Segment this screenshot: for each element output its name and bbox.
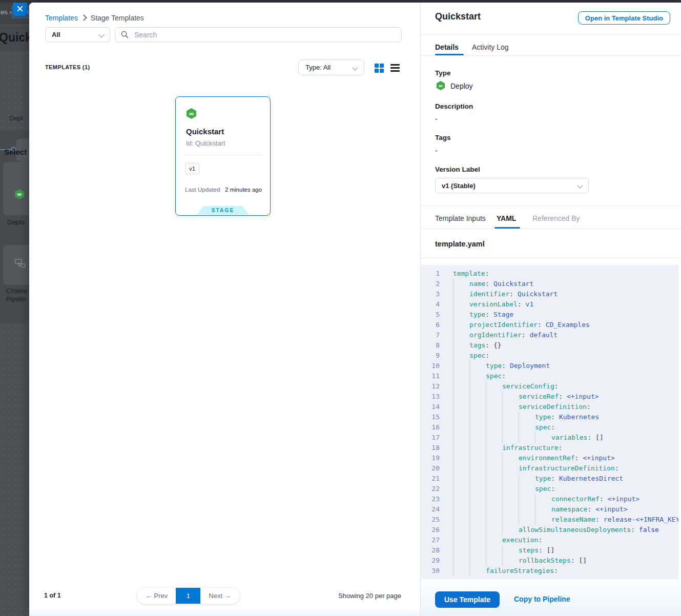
- version-label: Version Label: [435, 166, 480, 173]
- next-page-button[interactable]: Next →: [200, 588, 239, 604]
- type-value: Deploy: [450, 82, 473, 90]
- card-divider: [185, 155, 262, 155]
- bottom-fade: [29, 609, 420, 616]
- background-page: es › Pipe Quicks Depl Select s ∞ Deplo C…: [0, 0, 29, 616]
- breadcrumb-templates-link[interactable]: Templates: [45, 14, 78, 22]
- tab-template-inputs[interactable]: Template Inputs: [435, 214, 486, 222]
- line-number: 6: [421, 320, 440, 330]
- yaml-lines: 1template:2name: Quickstart3identifier: …: [421, 269, 678, 576]
- use-template-button[interactable]: Use Template: [435, 591, 500, 608]
- yaml-line: 2name: Quickstart: [421, 279, 678, 289]
- templates-list-panel: TemplatesStage Templates All TEMPLATES (…: [29, 3, 420, 616]
- last-updated-row: Last Updated 2 minutes ago: [185, 184, 262, 194]
- open-in-template-studio-button[interactable]: Open in Template Studio: [578, 11, 670, 25]
- tab-yaml[interactable]: YAML: [497, 214, 516, 222]
- line-number: 15: [421, 412, 440, 422]
- line-number: 28: [421, 545, 440, 556]
- stage-type-badge: STAGE: [197, 206, 249, 215]
- yaml-line: 7orgIdentifier: default: [421, 330, 678, 340]
- pagination-pill: ← Prev 1 Next →: [137, 587, 240, 604]
- yaml-line: 19environmentRef: <+input>: [421, 453, 678, 463]
- yaml-line: 1template:: [421, 269, 678, 279]
- scope-filter-value: All: [52, 31, 60, 38]
- yaml-line: 8tags: {}: [421, 340, 678, 351]
- tab-activity-log[interactable]: Activity Log: [472, 43, 509, 51]
- tab-referenced-by[interactable]: Referenced By: [532, 214, 580, 222]
- copy-to-pipeline-link[interactable]: Copy to Pipeline: [514, 595, 570, 603]
- screen: es › Pipe Quicks Depl Select s ∞ Deplo C…: [0, 0, 681, 616]
- details-footer: Use Template Copy to Pipeline: [421, 579, 681, 616]
- yaml-line: 23connectorRef: <+input>: [421, 494, 678, 504]
- yaml-line: 17variables: []: [421, 433, 678, 443]
- current-page-button[interactable]: 1: [176, 588, 200, 604]
- search-box: [115, 27, 402, 42]
- chained-card-label-1: Chaine: [6, 287, 27, 295]
- breadcrumb: TemplatesStage Templates: [45, 13, 144, 23]
- tab-details[interactable]: Details: [435, 43, 459, 51]
- type-filter-select[interactable]: Type: All: [298, 59, 364, 75]
- yaml-line: 10type: Deployment: [421, 361, 678, 371]
- line-number: 17: [421, 433, 440, 443]
- line-number: 1: [421, 269, 440, 279]
- list-view-button[interactable]: [390, 64, 400, 73]
- stage-node-label: Depl: [9, 114, 23, 122]
- yaml-editor[interactable]: 1template:2name: Quickstart3identifier: …: [421, 265, 678, 579]
- line-number: 11: [421, 371, 440, 381]
- yaml-line: 26allowSimultaneousDeployments: false: [421, 525, 678, 535]
- pipeline-canvas-lower: [0, 323, 29, 616]
- breadcrumb-current: Stage Templates: [91, 14, 144, 22]
- yaml-file-name: template.yaml: [435, 240, 485, 248]
- last-updated-label: Last Updated: [185, 187, 220, 193]
- yaml-line: 15type: Kubernetes: [421, 412, 678, 422]
- tags-value: -: [435, 147, 438, 155]
- template-details-panel: Quickstart Open in Template Studio Detai…: [420, 3, 681, 616]
- line-number: 18: [421, 443, 440, 453]
- yaml-line: 21type: KubernetesDirect: [421, 474, 678, 484]
- yaml-line: 25releaseName: release-<+INFRA_KEY>: [421, 515, 678, 525]
- yaml-line: 12serviceConfig:: [421, 381, 678, 392]
- tags-label: Tags: [435, 134, 451, 141]
- pipeline-canvas: Depl: [0, 51, 29, 131]
- line-number: 22: [421, 484, 440, 494]
- type-label: Type: [435, 69, 451, 77]
- pagination-range: 1 of 1: [44, 592, 61, 599]
- yaml-line: 29rollbackSteps: []: [421, 556, 678, 566]
- divider: [421, 229, 681, 229]
- line-number: 12: [421, 381, 440, 392]
- line-number: 9: [421, 351, 440, 361]
- scope-filter-select[interactable]: All: [45, 27, 110, 42]
- close-drawer-button[interactable]: [13, 2, 27, 16]
- yaml-line: 6projectIdentifier: CD_Examples: [421, 320, 678, 330]
- line-number: 20: [421, 463, 440, 474]
- line-number: 29: [421, 556, 440, 566]
- grid-view-button[interactable]: [375, 64, 384, 73]
- yaml-line: 30failureStrategies:: [421, 566, 678, 576]
- prev-page-button[interactable]: ← Prev: [137, 588, 176, 604]
- version-chip: v1: [185, 163, 199, 174]
- divider: [421, 206, 681, 206]
- yaml-line: 4versionLabel: v1: [421, 299, 678, 310]
- stage-type-card-deploy[interactable]: [3, 162, 29, 215]
- yaml-line: 22spec:: [421, 484, 678, 494]
- chained-card-label-2: Pipelin: [6, 295, 26, 303]
- line-number: 3: [421, 289, 440, 299]
- background-page-title: Quicks: [0, 31, 29, 45]
- chevron-down-icon: [98, 32, 104, 37]
- line-number: 30: [421, 566, 440, 576]
- divider: [421, 258, 681, 258]
- description-value: -: [435, 115, 438, 123]
- deploy-hexagon-icon: ∞: [436, 81, 445, 90]
- line-number: 23: [421, 494, 440, 504]
- yaml-line: 5type: Stage: [421, 310, 678, 320]
- yaml-line: 14serviceDefinition:: [421, 402, 678, 412]
- template-card-quickstart[interactable]: ∞ Quickstart Id: Quickstart v1 Last Upda…: [175, 96, 271, 216]
- line-number: 4: [421, 299, 440, 310]
- line-number: 14: [421, 402, 440, 412]
- search-input[interactable]: [133, 30, 401, 39]
- last-updated-value: 2 minutes ago: [225, 187, 262, 193]
- yaml-line: 16spec:: [421, 422, 678, 433]
- yaml-line: 11spec:: [421, 371, 678, 381]
- line-number: 10: [421, 361, 440, 371]
- version-select[interactable]: v1 (Stable): [435, 178, 589, 193]
- template-card-title: Quickstart: [186, 127, 224, 136]
